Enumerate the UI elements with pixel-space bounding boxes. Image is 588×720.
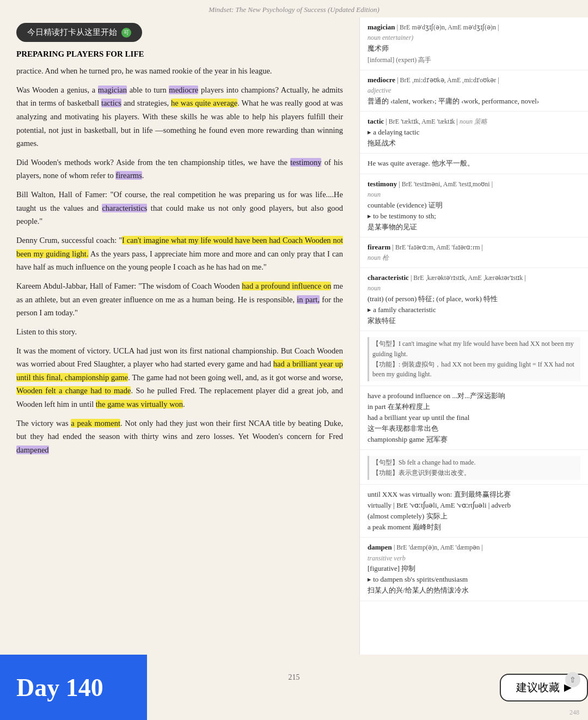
dictionary-pane: magician | BrE mə'dʒɪʃ(ə)n, AmE mə'dʒɪʃ(… <box>359 17 588 655</box>
highlight-characteristics: characteristics <box>102 204 147 212</box>
banner-text: 今日精读打卡从这里开始 <box>27 27 117 38</box>
dict-word: magician | BrE mə'dʒɪʃ(ə)n, AmE mə'dʒɪʃ(… <box>367 22 580 33</box>
highlight-tactics: tactics <box>101 99 121 107</box>
highlight-inpart: in part, <box>297 295 320 304</box>
dict-word: firearm | BrE 'faɪərɑːm, AmE 'faɪərɑːrm … <box>367 242 580 253</box>
highlight-guiding: I can't imagine what my life would have … <box>16 236 343 258</box>
daily-banner[interactable]: 今日精读打卡从这里开始 可 <box>16 23 142 42</box>
scroll-up-button[interactable]: ⇧ <box>565 672 580 687</box>
collect-label: 建议收藏 <box>516 680 560 695</box>
book-title: Mindset: The New Psychology of Success (… <box>209 5 379 14</box>
dict-entry-mediocre: mediocre | BrE ˌmiːdɪ'əʊkə, AmE ˌmiːdɪ'o… <box>360 70 588 112</box>
chevron-up-icon: ⇧ <box>569 675 576 685</box>
reading-text: practice. And when he turned pro, he was… <box>16 64 343 457</box>
dict-word: characteristic | BrE ˌkærəktə'rɪstɪk, Am… <box>367 272 580 283</box>
highlight-dampened: dampened <box>16 446 49 454</box>
dict-word: tactic | BrE 'tæktɪk, AmE 'tæktɪk | noun… <box>367 116 580 127</box>
highlight-change: Wooden felt a change had to made <box>16 386 131 395</box>
dict-entry-guiding-light: 【句型】I can't imagine what my life would h… <box>360 331 588 386</box>
paragraph-5: Kareem Abdul-Jabbar, Hall of Famer: "The… <box>16 279 343 320</box>
day-badge: Day 140 <box>0 655 147 720</box>
dict-entry-magician: magician | BrE mə'dʒɪʃ(ə)n, AmE mə'dʒɪʃ(… <box>360 17 588 70</box>
dict-entry-firearm: firearm | BrE 'faɪərɑːm, AmE 'faɪərɑːrm … <box>360 237 588 268</box>
highlight-firearms: firearms <box>115 171 142 180</box>
dict-entry-tactic: tactic | BrE 'tæktɪk, AmE 'tæktɪk | noun… <box>360 112 588 154</box>
reading-pane: 今日精读打卡从这里开始 可 PREPARING PLAYERS FOR LIFE… <box>0 17 359 655</box>
dict-entry-characteristic: characteristic | BrE ˌkærəktə'rɪstɪk, Am… <box>360 268 588 331</box>
dict-entry-change: 【句型】Sb felt a change had to made. 【功能】表示… <box>360 450 588 484</box>
page-number: 215 <box>289 673 300 682</box>
paragraph-6: Listen to this story. <box>16 325 343 339</box>
paragraph-2: Did Wooden's methods work? Aside from th… <box>16 156 343 182</box>
dict-entry-average: He was quite average. 他水平一般。 <box>360 154 588 174</box>
dict-entry-profound: have a profound influence on ...对...产深远影… <box>360 386 588 450</box>
top-bar: Mindset: The New Psychology of Success (… <box>0 0 588 17</box>
section-title: PREPARING PLAYERS FOR LIFE <box>16 50 343 59</box>
paragraph-4: Denny Crum, successful coach: "I can't i… <box>16 234 343 274</box>
highlight-average: he was quite average <box>171 99 237 107</box>
highlight-mediocre: mediocre <box>169 86 198 94</box>
highlight-won: the game was virtually won <box>96 400 183 408</box>
banner-icon: 可 <box>121 28 131 38</box>
highlight-magician: magician <box>98 86 127 94</box>
paragraph-3: Bill Walton, Hall of Famer: "Of course, … <box>16 188 343 228</box>
highlight-peak: a peak moment <box>71 419 120 428</box>
paragraph-8: The victory was a peak moment. Not only … <box>16 417 343 457</box>
dict-entry-dampen: dampen | BrE 'dæmp(ə)n, AmE 'dæmpən | tr… <box>360 538 588 601</box>
dict-word: mediocre | BrE ˌmiːdɪ'əʊkə, AmE ˌmiːdɪ'o… <box>367 75 580 86</box>
dict-word: dampen | BrE 'dæmp(ə)n, AmE 'dæmpən | <box>367 542 580 553</box>
dict-entry-testimony: testimony | BrE 'testɪməni, AmE 'testɪˌm… <box>360 174 588 237</box>
highlight-brilliant: had a brilliant year up until this final… <box>16 359 343 382</box>
paragraph-0: practice. And when he turned pro, he was… <box>16 64 343 78</box>
highlight-profound: had a profound influence on <box>242 282 331 290</box>
page-bottom-number: 248 <box>569 709 579 717</box>
dict-word: testimony | BrE 'testɪməni, AmE 'testɪˌm… <box>367 179 580 190</box>
paragraph-1: Was Wooden a genius, a magician able to … <box>16 83 343 150</box>
dict-entry-virtually: until XXX was virtually won: 直到最终赢得比赛 vi… <box>360 485 588 538</box>
paragraph-7: It was the moment of victory. UCLA had j… <box>16 344 343 411</box>
bottom-bar: Day 140 215 建议收藏 ▶ ⇧ 248 <box>0 655 588 720</box>
highlight-testimony: testimony <box>290 158 321 167</box>
